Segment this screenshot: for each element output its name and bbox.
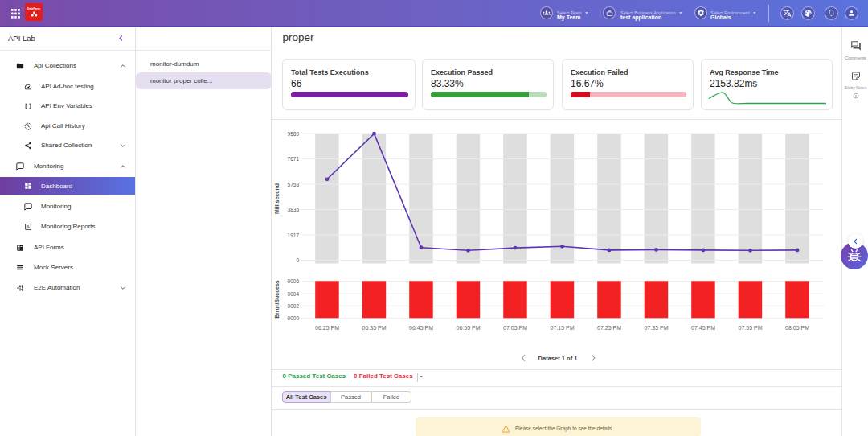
svg-text:0002: 0002 — [288, 303, 300, 309]
svg-text:07:05 PM: 07:05 PM — [503, 325, 527, 331]
svg-text:0: 0 — [296, 257, 299, 263]
svg-text:0000: 0000 — [288, 315, 300, 321]
svg-text:7671: 7671 — [288, 156, 300, 162]
svg-text:07:15 PM: 07:15 PM — [551, 325, 575, 331]
svg-text:5753: 5753 — [288, 182, 300, 187]
svg-text:3835: 3835 — [288, 207, 300, 212]
svg-text:06:55 PM: 06:55 PM — [457, 325, 481, 331]
svg-text:1917: 1917 — [288, 232, 300, 238]
svg-text:0006: 0006 — [288, 278, 300, 284]
svg-text:9589: 9589 — [288, 131, 300, 137]
svg-text:07:55 PM: 07:55 PM — [739, 325, 763, 331]
svg-text:Error/Success: Error/Success — [274, 280, 280, 319]
svg-text:06:45 PM: 06:45 PM — [409, 325, 433, 331]
svg-text:06:35 PM: 06:35 PM — [362, 325, 387, 331]
svg-text:08:05 PM: 08:05 PM — [785, 325, 809, 331]
svg-text:Millisecond: Millisecond — [274, 183, 280, 214]
svg-text:Dataset 1 of 1: Dataset 1 of 1 — [538, 355, 578, 362]
svg-text:06:25 PM: 06:25 PM — [315, 325, 339, 331]
svg-text:07:25 PM: 07:25 PM — [597, 325, 621, 331]
svg-text:07:45 PM: 07:45 PM — [691, 325, 715, 331]
svg-text:07:35 PM: 07:35 PM — [645, 325, 669, 331]
svg-text:0004: 0004 — [288, 291, 300, 297]
